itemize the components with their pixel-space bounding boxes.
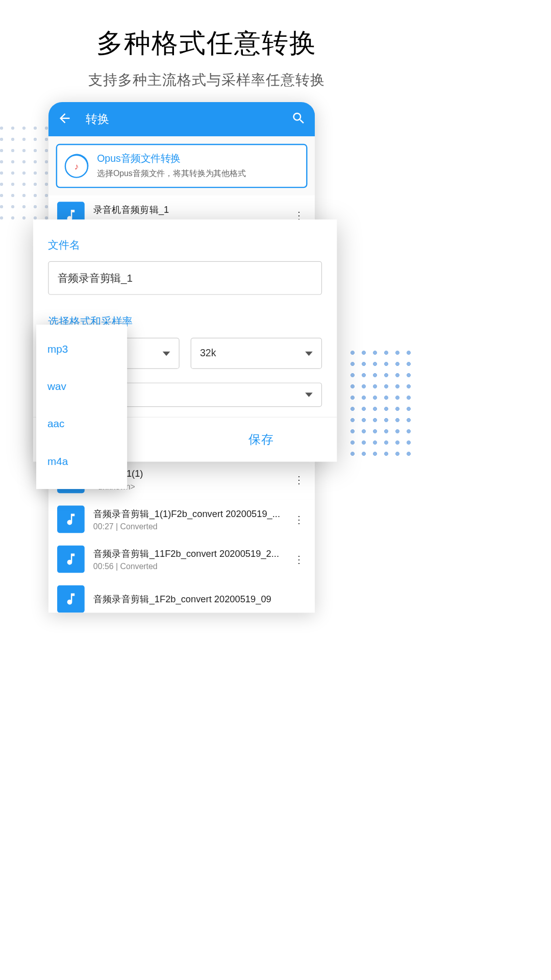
more-icon[interactable]: ⋮ bbox=[291, 474, 306, 485]
hero-subtitle: 支持多种主流格式与采样率任意转换 bbox=[0, 70, 413, 90]
bg-dots-right bbox=[347, 347, 413, 459]
item-title: 音频录音剪辑_11F2b_convert 20200519_2... bbox=[93, 548, 291, 559]
search-icon[interactable] bbox=[285, 110, 306, 128]
save-button[interactable]: 保存 bbox=[185, 418, 337, 462]
bitrate-value: 32k bbox=[200, 348, 216, 359]
music-note-icon bbox=[57, 585, 85, 613]
chevron-down-icon bbox=[305, 393, 313, 397]
filename-input[interactable] bbox=[58, 272, 313, 284]
format-dropdown: mp3 wav aac m4a bbox=[36, 325, 127, 489]
dropdown-item-m4a[interactable]: m4a bbox=[36, 443, 127, 480]
more-icon[interactable]: ⋮ bbox=[291, 513, 306, 525]
refresh-icon: ♪ bbox=[65, 154, 88, 178]
filename-input-wrap[interactable] bbox=[48, 261, 322, 295]
list-item[interactable]: 音频录音剪辑_1(1)F2b_convert 20200519_... 00:2… bbox=[48, 499, 315, 539]
app-bar: 转换 bbox=[48, 102, 315, 136]
bitrate-select[interactable]: 32k bbox=[191, 338, 322, 369]
item-title: 音频录音剪辑_1(1)F2b_convert 20200519_... bbox=[93, 508, 291, 520]
appbar-title: 转换 bbox=[86, 111, 285, 128]
dropdown-item-mp3[interactable]: mp3 bbox=[36, 331, 127, 368]
chevron-down-icon bbox=[163, 351, 170, 356]
promo-subtitle: 选择Opus音频文件，将其转换为其他格式 bbox=[97, 168, 246, 179]
list-item[interactable]: 音频录音剪辑_11F2b_convert 20200519_2... 00:56… bbox=[48, 539, 315, 579]
item-title: 音频录音剪辑_1F2b_convert 20200519_09 bbox=[93, 593, 306, 605]
item-subtitle: 00:56 | Converted bbox=[93, 561, 291, 571]
music-note-icon bbox=[57, 546, 85, 573]
opus-promo-card[interactable]: ♪ Opus音频文件转换 选择Opus音频文件，将其转换为其他格式 bbox=[56, 144, 308, 188]
list-item[interactable]: 音频录音剪辑_1F2b_convert 20200519_09 bbox=[48, 579, 315, 613]
music-note-icon bbox=[57, 506, 85, 533]
promo-title: Opus音频文件转换 bbox=[97, 153, 246, 166]
filename-label: 文件名 bbox=[48, 238, 322, 253]
item-title: 录音机音频剪辑_1 bbox=[93, 204, 291, 215]
back-icon[interactable] bbox=[57, 110, 78, 128]
item-subtitle: 00:27 | Converted bbox=[93, 522, 291, 531]
dropdown-item-wav[interactable]: wav bbox=[36, 368, 127, 405]
hero-title: 多种格式任意转换 bbox=[0, 26, 413, 61]
dropdown-item-aac[interactable]: aac bbox=[36, 406, 127, 443]
more-icon[interactable]: ⋮ bbox=[291, 553, 306, 565]
chevron-down-icon bbox=[305, 351, 313, 356]
